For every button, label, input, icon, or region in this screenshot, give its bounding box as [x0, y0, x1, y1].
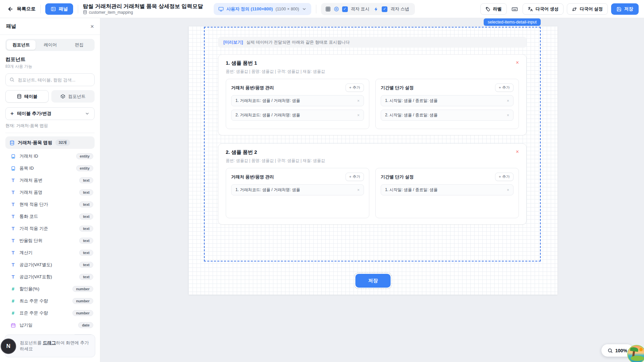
database-icon: [17, 94, 22, 99]
keyboard-icon: [512, 6, 518, 12]
field-type-badge: text: [79, 189, 93, 195]
grid-snap-checkbox[interactable]: [382, 6, 387, 12]
tab-layers[interactable]: 레이어: [36, 40, 65, 50]
i18n-settings-button[interactable]: 다국어 설정: [567, 3, 608, 15]
field-type-badge: text: [79, 201, 93, 207]
field-type-badge: number: [72, 298, 93, 304]
list-item: 1. 거래처코드: 샘플 / 거래처명: 샘플 ×: [231, 184, 364, 195]
field-list: 거래처 ID entity 품목 ID entity T 거래처 품번 text…: [5, 150, 95, 343]
save-button[interactable]: 저장: [611, 3, 639, 15]
field-type-badge: text: [79, 274, 93, 280]
search-input[interactable]: [5, 73, 95, 86]
field-type-badge: entity: [76, 153, 93, 159]
panel-title: 거래처 품번/품명 관리: [231, 174, 274, 180]
add-change-table-button[interactable]: + 테이블 추가/변경: [5, 107, 95, 120]
remove-item-icon[interactable]: ×: [507, 99, 509, 103]
grid-show-checkbox[interactable]: [342, 6, 348, 12]
field-row[interactable]: 품목 ID entity: [5, 162, 95, 174]
add-item-button[interactable]: + 추가: [495, 173, 514, 181]
field-row[interactable]: 납기일 date: [5, 319, 95, 331]
text-type-icon: T: [10, 178, 16, 183]
field-row[interactable]: T 거래처 품번 text: [5, 174, 95, 186]
viewport-size: (1100 × 800): [275, 7, 299, 11]
divider: [316, 5, 316, 13]
field-row[interactable]: 거래처 ID entity: [5, 150, 95, 162]
tab-edit[interactable]: 편집: [65, 40, 94, 50]
keyboard-shortcuts-button[interactable]: [510, 5, 519, 14]
field-type-badge: date: [78, 322, 93, 328]
add-item-button[interactable]: + 추가: [495, 83, 514, 92]
list-item: 1. 시작일: 샘플 / 종료일: 샘플 ×: [381, 184, 514, 195]
field-row[interactable]: T 공급가(VAT별도) text: [5, 259, 95, 271]
field-row[interactable]: # 최소 주문 수량 number: [5, 295, 95, 307]
text-type-icon: T: [10, 190, 16, 195]
drag-hint: 컴포넌트를 드래그하여 화면에 추가하세요: [5, 335, 95, 357]
field-row[interactable]: # 표준 주문 수량 number: [5, 307, 95, 319]
label-button[interactable]: 라벨: [480, 3, 507, 15]
panel-title: 기간별 단가 설정: [381, 85, 414, 91]
source-tab-table[interactable]: 테이블: [5, 90, 49, 103]
chevron-down-icon: [85, 111, 90, 116]
card-title: 2. 샘플 품번 2: [226, 149, 257, 156]
text-type-icon: T: [10, 262, 16, 267]
table-group-header[interactable]: 거래처-품목 맵핑 32개: [5, 136, 95, 149]
branch-settings-icon: [572, 7, 577, 12]
page-title: 탑씰 거래처관리 거래처별 품목 상세정보 입력모달: [83, 3, 203, 9]
text-type-icon: T: [10, 238, 16, 243]
grid-show-label: 격자 표시: [351, 6, 370, 12]
add-item-button[interactable]: + 추가: [345, 173, 364, 181]
add-item-button[interactable]: + 추가: [345, 83, 364, 92]
field-row[interactable]: T 가격 적용 기준 text: [5, 223, 95, 235]
field-type-badge: text: [79, 262, 93, 268]
panel-toggle-button[interactable]: 패널: [45, 3, 73, 15]
remove-item-icon[interactable]: ×: [357, 188, 360, 192]
field-row[interactable]: T 공급가(VAT포함) text: [5, 271, 95, 283]
top-toolbar: 목록으로 패널 탑씰 거래처관리 거래처별 품목 상세정보 입력모달 custo…: [0, 0, 644, 18]
field-row[interactable]: # 할인율(%) number: [5, 283, 95, 295]
sample-item-card-2: 2. 샘플 품번 2 × 품번: 샘플값 | 품명: 샘플값 | 규격: 샘플값…: [218, 143, 527, 225]
field-row[interactable]: T 거래처 품명 text: [5, 186, 95, 198]
palm-tree-icon: [632, 350, 635, 359]
field-type-badge: number: [72, 310, 93, 316]
number-type-icon: #: [10, 298, 16, 304]
vendor-code-panel: 거래처 품번/품명 관리 + 추가 1. 거래처코드: 샘플 / 거래처명: 샘…: [226, 168, 369, 218]
card-close-icon[interactable]: ×: [516, 60, 519, 65]
list-item: 1. 시작일: 샘플 / 종료일: 샘플 ×: [381, 95, 514, 106]
field-type-badge: entity: [76, 165, 93, 171]
grid-options-group: 격자 표시 격자 스냅: [321, 3, 415, 15]
tab-components[interactable]: 컴포넌트: [6, 40, 36, 50]
remove-item-icon[interactable]: ×: [507, 188, 509, 192]
entity-icon: [11, 154, 16, 159]
components-section-title: 컴포넌트: [5, 56, 95, 63]
database-icon: [83, 10, 87, 14]
panel-left-icon: [51, 6, 56, 12]
field-row[interactable]: T 현재 적용 단가 text: [5, 198, 95, 210]
source-tab-component[interactable]: 컴포넌트: [51, 90, 95, 103]
panel-close-button[interactable]: ×: [90, 23, 94, 29]
vendor-code-panel: 거래처 품번/품명 관리 + 추가 1. 거래처코드: 샘플 / 거래처명: 샘…: [226, 79, 369, 129]
design-canvas[interactable]: selected-items-detail-input [미리보기] 실제 데이…: [189, 26, 557, 295]
panel-title: 패널: [6, 23, 16, 29]
viewport-size-selector[interactable]: 사용자 정의 (1100×800) (1100 × 800): [214, 3, 311, 15]
zoom-level: 100%: [615, 348, 627, 353]
price-period-panel: 기간별 단가 설정 + 추가 1. 시작일: 샘플 / 종료일: 샘플 ×: [375, 168, 519, 218]
components-panel: 패널 × 컴포넌트 레이어 편집 컴포넌트 83개 사용 가능 테이블 컴포넌트…: [0, 18, 100, 362]
monitor-icon: [218, 6, 224, 12]
database-icon: [9, 140, 15, 145]
table-name-subtitle: customer_item_mapping: [89, 10, 133, 15]
i18n-generate-button[interactable]: 다국어 생성: [523, 3, 564, 15]
remove-item-icon[interactable]: ×: [357, 99, 360, 103]
modal-save-button[interactable]: 저장: [356, 274, 391, 288]
save-icon: [616, 7, 622, 12]
field-row[interactable]: T 통화 코드 text: [5, 210, 95, 223]
card-close-icon[interactable]: ×: [516, 149, 519, 155]
selected-component[interactable]: selected-items-detail-input [미리보기] 실제 데이…: [204, 27, 541, 261]
card-subtitle: 품번: 샘플값 | 품명: 샘플값 | 규격: 샘플값 | 재질: 샘플값: [226, 158, 519, 164]
panel-tabs: 컴포넌트 레이어 편집: [5, 39, 95, 51]
back-button[interactable]: 목록으로: [7, 6, 36, 12]
field-row[interactable]: T 계산기 text: [5, 247, 95, 259]
field-row[interactable]: T 반올림 단위 text: [5, 235, 95, 247]
remove-item-icon[interactable]: ×: [357, 113, 360, 117]
remove-item-icon[interactable]: ×: [507, 113, 509, 117]
cube-icon: [60, 94, 65, 99]
